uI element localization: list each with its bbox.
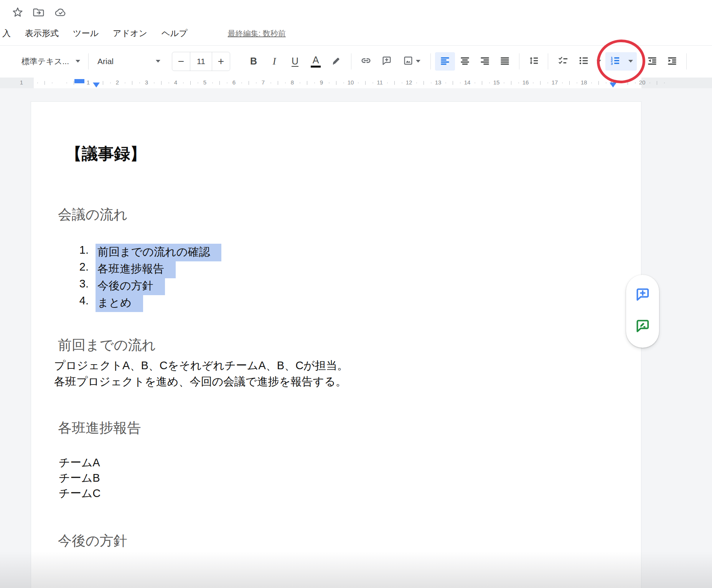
ruler-tick: [540, 81, 541, 85]
ruler-tick: [577, 83, 577, 83]
ruler-tick: [598, 81, 599, 85]
agenda-item: 1.前回までの流れの確認: [71, 244, 221, 261]
ruler-tick: [482, 81, 482, 85]
align-center-button[interactable]: [455, 52, 475, 71]
ruler-tick: [343, 83, 344, 83]
highlighter-icon: [331, 55, 342, 67]
ruler-number: 13: [435, 79, 442, 86]
paragraph-style-selector[interactable]: 標準テキス...: [21, 52, 84, 71]
bulleted-list-group: [574, 52, 605, 71]
ruler-number: 20: [639, 79, 646, 86]
ruler-number: 6: [232, 79, 236, 86]
justify-button[interactable]: [495, 52, 515, 71]
chevron-down-icon: [156, 60, 160, 63]
image-icon: [403, 55, 414, 68]
side-toolbox: [626, 275, 659, 348]
text-color-icon: A: [311, 55, 321, 68]
cloud-check-icon[interactable]: [54, 6, 68, 18]
align-left-icon: [440, 55, 450, 68]
agenda-number: 3.: [71, 277, 89, 290]
italic-button[interactable]: I: [264, 52, 285, 71]
paragraph-style-value: 標準テキス...: [21, 56, 69, 67]
ruler-tick: [198, 83, 198, 83]
agenda-list: 1.前回までの流れの確認2.各班進捗報告3.今後の方針4.まとめ: [71, 244, 221, 311]
bulleted-list-icon: [578, 55, 589, 68]
align-left-button[interactable]: [435, 52, 455, 71]
ruler-number: 15: [493, 79, 500, 86]
last-edited-link[interactable]: 最終編集: 数秒前: [228, 28, 286, 39]
ruler-tick: [635, 83, 636, 83]
font-value: Arial: [97, 57, 114, 66]
numbered-list-button[interactable]: 123: [605, 52, 625, 71]
ruler-tick: [649, 83, 650, 83]
menu-item[interactable]: 入: [2, 28, 11, 39]
suggest-edits-fab[interactable]: [632, 317, 653, 337]
justify-icon: [499, 55, 510, 68]
menu-item[interactable]: ヘルプ: [162, 28, 188, 39]
ruler-tick: [365, 81, 366, 85]
font-size-value[interactable]: 11: [190, 52, 212, 71]
comment-plus-icon: [634, 286, 651, 305]
highlight-color-button[interactable]: [326, 52, 347, 71]
ruler-tick: [278, 81, 278, 85]
insert-image-button[interactable]: [397, 52, 426, 71]
increase-indent-button[interactable]: [662, 52, 682, 71]
ruler-number: 12: [406, 79, 412, 86]
toolbar-divider: [430, 53, 431, 69]
team-list-item: チームA: [59, 455, 101, 470]
titlebar: [12, 6, 68, 18]
bold-button[interactable]: B: [243, 52, 264, 71]
checklist-button[interactable]: [552, 52, 574, 71]
underline-button[interactable]: U: [285, 52, 305, 71]
ruler-tick: [125, 83, 125, 83]
line-spacing-button[interactable]: [524, 52, 544, 71]
ruler-tick: [336, 81, 336, 85]
editor-canvas: 【議事録】 会議の流れ 1.前回までの流れの確認2.各班進捗報告3.今後の方針4…: [0, 88, 712, 588]
ruler-tick: [358, 83, 359, 83]
add-comment-button[interactable]: [376, 52, 397, 71]
toolbar-divider: [88, 53, 89, 69]
ruler[interactable]: 1 1234567891011121314151617181920: [0, 78, 712, 88]
indent-decrease-icon: [647, 55, 658, 68]
text-color-button[interactable]: A: [305, 52, 326, 71]
font-size-increase-button[interactable]: +: [212, 52, 230, 71]
right-indent-marker[interactable]: [610, 83, 616, 88]
font-size-group: − 11 +: [172, 52, 230, 71]
ruler-tick: [329, 83, 330, 83]
left-indent-marker[interactable]: [93, 83, 100, 88]
toolbar: 標準テキス... Arial − 11 + B I U A: [0, 45, 712, 77]
insert-link-button[interactable]: [356, 52, 376, 71]
star-icon[interactable]: [12, 6, 24, 18]
ruler-margin-number: 1: [20, 79, 23, 86]
folder-move-icon[interactable]: [32, 6, 45, 18]
menu-item[interactable]: アドオン: [113, 28, 147, 39]
ruler-number: 9: [320, 79, 323, 86]
numbered-list-dropdown[interactable]: [625, 52, 637, 71]
align-right-button[interactable]: [475, 52, 495, 71]
pencil-comment-icon: [634, 318, 651, 336]
add-comment-fab[interactable]: [632, 285, 653, 306]
ruler-number: 18: [581, 79, 587, 86]
ruler-tick: [212, 83, 213, 83]
ruler-number: 8: [291, 79, 294, 86]
section-heading-meeting-flow: 会議の流れ: [58, 205, 128, 224]
paragraph-line: 各班プロジェクトを進め、今回の会議で進捗を報告する。: [54, 373, 348, 390]
ruler-tick: [445, 83, 446, 83]
ruler-tick: [387, 83, 388, 83]
document-page[interactable]: 【議事録】 会議の流れ 1.前回までの流れの確認2.各班進捗報告3.今後の方針4…: [31, 101, 641, 588]
menu-item[interactable]: 表示形式: [25, 28, 59, 39]
bulleted-list-dropdown[interactable]: [593, 52, 605, 71]
section-heading-progress-report: 各班進捗報告: [58, 419, 141, 438]
menu-item[interactable]: ツール: [73, 28, 99, 39]
bulleted-list-button[interactable]: [574, 52, 593, 71]
checklist-icon: [558, 55, 569, 68]
ruler-tick: [219, 81, 220, 85]
font-size-decrease-button[interactable]: −: [172, 52, 190, 71]
decrease-indent-button[interactable]: [642, 52, 662, 71]
font-selector[interactable]: Arial: [93, 52, 166, 71]
align-center-icon: [460, 55, 470, 68]
first-line-indent-marker[interactable]: [74, 79, 84, 83]
ruler-tick: [424, 81, 424, 85]
ruler-tick: [52, 83, 53, 83]
ruler-tick: [154, 83, 155, 83]
